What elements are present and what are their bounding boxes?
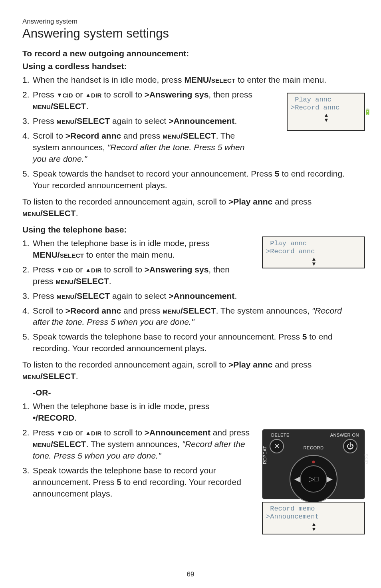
text: dir bbox=[91, 265, 101, 274]
section-heading: To record a new outgoing announcement: bbox=[22, 49, 359, 58]
sub-heading-base: Using the telephone base: bbox=[22, 225, 359, 234]
step-2: Press cid or dir to scroll to >Answering… bbox=[22, 89, 258, 112]
text: cid bbox=[62, 428, 73, 437]
up-triangle-icon bbox=[85, 265, 91, 274]
record-dot-icon bbox=[312, 461, 315, 463]
text: When the telephone base is in idle mode,… bbox=[33, 401, 209, 411]
text: to enter the main menu. bbox=[84, 250, 175, 259]
up-triangle-icon bbox=[85, 428, 91, 437]
text: menu bbox=[163, 306, 181, 315]
text: menu bbox=[57, 291, 75, 300]
text: Speak towards the telephone base to reco… bbox=[33, 332, 302, 341]
step-5: Speak towards the handset to record your… bbox=[22, 168, 359, 191]
text: menu bbox=[22, 209, 40, 218]
text: , then press bbox=[208, 90, 252, 99]
text: and press bbox=[121, 306, 163, 315]
text: . bbox=[234, 116, 237, 125]
text: and press bbox=[272, 197, 312, 206]
lcd-line: >Announcement bbox=[266, 513, 362, 521]
page-number: 69 bbox=[187, 570, 194, 578]
answer-on-label: ANSWER ON bbox=[330, 433, 359, 437]
text: dir bbox=[91, 428, 101, 437]
text: When the handset is in idle mode, press bbox=[33, 75, 184, 84]
lcd-handset: Play annc >Record annc ▲ ▼ 🔋 bbox=[287, 93, 365, 131]
text: . bbox=[74, 413, 77, 422]
text: menu bbox=[57, 116, 75, 125]
text: . The system announces, bbox=[86, 439, 182, 449]
down-triangle-icon bbox=[57, 90, 63, 99]
play-stop-button[interactable]: ▷□ bbox=[300, 465, 327, 493]
text: menu bbox=[33, 439, 51, 449]
listen-para-2: To listen to the recorded announcement a… bbox=[22, 359, 359, 382]
power-icon: ⏻ bbox=[347, 442, 354, 451]
text: again to select bbox=[110, 291, 169, 300]
text: >Answering sys bbox=[145, 90, 208, 99]
text: MENU/ bbox=[33, 250, 60, 259]
text: To listen to the recorded announcement a… bbox=[22, 360, 228, 369]
text: Press bbox=[33, 291, 57, 300]
text: . bbox=[76, 371, 78, 381]
text: /SELECT bbox=[74, 116, 110, 125]
text: again to select bbox=[110, 116, 169, 125]
lcd-base: Play annc >Record annc ▲ ▼ bbox=[262, 236, 365, 268]
text: and press bbox=[121, 131, 163, 140]
text: 5 bbox=[117, 477, 121, 487]
lcd-line: Play annc bbox=[266, 240, 362, 248]
text: >Record annc bbox=[65, 131, 121, 140]
text: To listen to the recorded announcement a… bbox=[22, 197, 228, 206]
text: >Record annc bbox=[65, 306, 121, 315]
sub-heading-handset: Using a cordless handset: bbox=[22, 62, 359, 71]
text: cid bbox=[62, 265, 73, 274]
text: . The system announces, bbox=[216, 306, 312, 315]
text: to scroll to bbox=[101, 428, 144, 437]
text: dir bbox=[91, 90, 101, 99]
text: cid bbox=[62, 90, 73, 99]
text: >Announcement bbox=[169, 291, 234, 300]
text: and press bbox=[210, 428, 250, 437]
step-3: Press menu/SELECT again to select >Annou… bbox=[22, 290, 359, 302]
step-3: Press menu/SELECT again to select >Annou… bbox=[22, 115, 258, 127]
text: or bbox=[73, 90, 85, 99]
step-4: Scroll to >Record annc and press menu/SE… bbox=[22, 305, 359, 328]
jog-wheel[interactable]: ◀◀ ▶▶ ▷□ bbox=[290, 455, 337, 503]
text: select bbox=[211, 75, 235, 84]
text: menu bbox=[33, 101, 51, 111]
down-triangle-icon bbox=[57, 265, 63, 274]
steps-handset: When the handset is in idle mode, press … bbox=[22, 74, 359, 191]
nav-arrows-icon: ▲ ▼ bbox=[266, 522, 362, 532]
step-3: Speak towards the telephone base to reco… bbox=[22, 465, 250, 500]
text: /SELECT bbox=[181, 306, 216, 315]
text: Scroll to bbox=[33, 131, 65, 140]
lcd-line: Record memo bbox=[266, 505, 362, 513]
text: >Play annc bbox=[228, 197, 272, 206]
text: to enter the main menu. bbox=[235, 75, 326, 84]
nav-arrows-icon: ▲ ▼ bbox=[291, 113, 362, 123]
text: •/RECORD bbox=[33, 413, 74, 422]
text: /SELECT bbox=[51, 439, 86, 449]
text: or bbox=[73, 428, 85, 437]
lcd-line: Play annc bbox=[291, 96, 362, 104]
text: /SELECT bbox=[40, 371, 76, 381]
play-stop-icon: ▷□ bbox=[309, 475, 319, 483]
text: >Play annc bbox=[228, 360, 272, 369]
or-separator: -OR- bbox=[33, 388, 359, 397]
text: menu bbox=[163, 131, 181, 140]
page-title: Answering system settings bbox=[22, 26, 359, 41]
text: to scroll to bbox=[101, 90, 144, 99]
step-2: Press cid or dir to scroll to >Answering… bbox=[22, 264, 250, 287]
down-triangle-icon bbox=[57, 428, 63, 437]
text: . bbox=[76, 209, 78, 218]
text: Press bbox=[33, 90, 57, 99]
x-icon: ✕ bbox=[274, 442, 280, 451]
battery-icon: 🔋 bbox=[364, 108, 371, 116]
delete-button[interactable]: ✕ bbox=[270, 439, 284, 453]
text: menu bbox=[22, 371, 40, 381]
step-5: Speak towards the telephone base to reco… bbox=[22, 331, 359, 354]
listen-para-1: To listen to the recorded announcement a… bbox=[22, 196, 359, 219]
answer-on-button[interactable]: ⏻ bbox=[343, 439, 357, 453]
lcd-record-menu: Record memo >Announcement ▲ ▼ bbox=[262, 502, 365, 534]
text: Press bbox=[33, 265, 57, 274]
text: >Announcement bbox=[169, 116, 234, 125]
text: . bbox=[234, 291, 237, 300]
text: Press bbox=[33, 116, 57, 125]
